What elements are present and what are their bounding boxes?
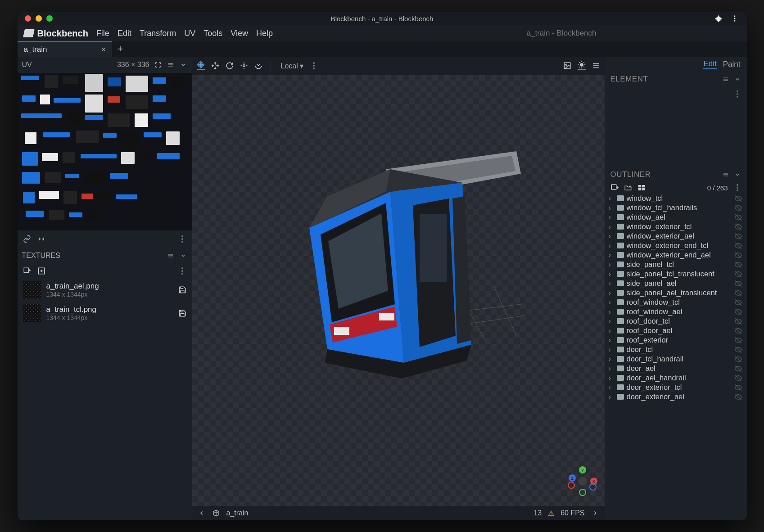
- outliner-row[interactable]: ›roof_door_ael: [605, 326, 747, 335]
- mirror-icon[interactable]: [37, 235, 45, 243]
- texture-item[interactable]: a_train_ael.png 1344 x 1344px: [18, 278, 192, 302]
- close-window-button[interactable]: [25, 15, 31, 22]
- chevron-right-icon[interactable]: ›: [609, 289, 614, 297]
- extension-icon[interactable]: [714, 14, 723, 23]
- toggle-icon[interactable]: [637, 184, 646, 192]
- outliner-row[interactable]: ›window_exterior_tcl: [605, 222, 747, 231]
- outliner-row[interactable]: ›roof_door_tcl: [605, 316, 747, 326]
- tab-paint[interactable]: Paint: [723, 60, 741, 69]
- chevron-right-icon[interactable]: ›: [609, 241, 614, 250]
- chevron-right-icon[interactable]: ›: [609, 194, 614, 203]
- visibility-icon[interactable]: [734, 223, 742, 231]
- chevron-down-icon[interactable]: [733, 171, 741, 179]
- visibility-icon[interactable]: [734, 270, 742, 278]
- outliner-row[interactable]: ›door_exterior_tcl: [605, 383, 747, 392]
- project-tab[interactable]: a_train ×: [18, 41, 113, 57]
- app-logo[interactable]: Blockbench: [24, 28, 88, 39]
- visibility-icon[interactable]: [734, 374, 742, 382]
- options-icon[interactable]: [722, 75, 730, 83]
- viewport[interactable]: Y X Z: [192, 75, 605, 506]
- visibility-icon[interactable]: [734, 336, 742, 344]
- visibility-icon[interactable]: [734, 289, 742, 297]
- shading-icon[interactable]: [578, 62, 586, 70]
- menu-transform[interactable]: Transform: [140, 29, 176, 38]
- chevron-right-icon[interactable]: ›: [609, 260, 614, 269]
- chevron-down-icon[interactable]: [179, 252, 187, 260]
- menu-view[interactable]: View: [231, 29, 248, 38]
- chevron-right-icon[interactable]: [591, 509, 599, 517]
- options-icon[interactable]: [167, 61, 175, 69]
- chevron-right-icon[interactable]: ›: [609, 364, 614, 373]
- visibility-icon[interactable]: [734, 327, 742, 335]
- chevron-right-icon[interactable]: ›: [609, 345, 614, 354]
- chevron-right-icon[interactable]: ›: [609, 317, 614, 325]
- outliner-list[interactable]: ›window_tcl›window_tcl_handrails›window_…: [605, 194, 747, 520]
- visibility-icon[interactable]: [734, 346, 742, 354]
- visibility-icon[interactable]: [734, 194, 742, 203]
- visibility-icon[interactable]: [734, 393, 742, 401]
- options-icon[interactable]: [722, 171, 730, 179]
- vertex-snap-icon[interactable]: [254, 62, 262, 70]
- visibility-icon[interactable]: [734, 204, 742, 212]
- chevron-down-icon[interactable]: [179, 61, 187, 69]
- chevron-right-icon[interactable]: ›: [609, 213, 614, 221]
- save-icon[interactable]: [178, 309, 186, 317]
- options-icon[interactable]: [167, 252, 175, 260]
- menu-tools[interactable]: Tools: [203, 29, 222, 38]
- chevron-right-icon[interactable]: ›: [609, 326, 614, 335]
- texture-item[interactable]: a_train_tcl.png 1344 x 1344px: [18, 302, 192, 325]
- outliner-row[interactable]: ›door_ael: [605, 364, 747, 373]
- outliner-row[interactable]: ›door_tcl: [605, 345, 747, 354]
- menu-uv[interactable]: UV: [184, 29, 195, 38]
- chevron-left-icon[interactable]: [198, 509, 206, 517]
- outliner-row[interactable]: ›side_panel_tcl: [605, 260, 747, 269]
- add-group-icon[interactable]: [624, 184, 632, 192]
- close-tab-icon[interactable]: ×: [101, 45, 106, 54]
- add-tab-button[interactable]: +: [112, 41, 128, 57]
- visibility-icon[interactable]: [734, 317, 742, 325]
- menu-help[interactable]: Help: [256, 29, 273, 38]
- chevron-right-icon[interactable]: ›: [609, 222, 614, 231]
- visibility-icon[interactable]: [734, 308, 742, 316]
- outliner-row[interactable]: ›window_tcl: [605, 194, 747, 203]
- outliner-row[interactable]: ›roof_window_ael: [605, 307, 747, 316]
- visibility-icon[interactable]: [734, 251, 742, 259]
- menu-edit[interactable]: Edit: [118, 29, 131, 38]
- outliner-row[interactable]: ›roof_window_tcl: [605, 298, 747, 307]
- orientation-select[interactable]: Local ▾: [281, 62, 304, 70]
- visibility-icon[interactable]: [734, 298, 742, 307]
- chevron-down-icon[interactable]: [733, 75, 741, 83]
- minimize-window-button[interactable]: [36, 15, 42, 22]
- more-icon[interactable]: [310, 62, 318, 70]
- save-icon[interactable]: [178, 286, 186, 294]
- visibility-icon[interactable]: [734, 261, 742, 269]
- menu-file[interactable]: File: [96, 29, 109, 38]
- chevron-right-icon[interactable]: ›: [609, 383, 614, 392]
- pivot-tool-icon[interactable]: [240, 62, 248, 70]
- visibility-icon[interactable]: [734, 280, 742, 288]
- chevron-right-icon[interactable]: ›: [609, 336, 614, 344]
- visibility-icon[interactable]: [734, 242, 742, 250]
- chevron-right-icon[interactable]: ›: [609, 392, 614, 401]
- outliner-row[interactable]: ›door_tcl_handrail: [605, 354, 747, 364]
- image-icon[interactable]: [563, 62, 571, 70]
- chevron-right-icon[interactable]: ›: [609, 270, 614, 278]
- outliner-row[interactable]: ›door_exterior_ael: [605, 392, 747, 401]
- more-icon[interactable]: [178, 235, 186, 243]
- new-texture-icon[interactable]: [37, 267, 45, 275]
- resize-tool-icon[interactable]: [211, 62, 219, 70]
- more-icon[interactable]: [178, 267, 186, 275]
- chevron-right-icon[interactable]: ›: [609, 251, 614, 259]
- outliner-row[interactable]: ›roof_exterior: [605, 335, 747, 345]
- chevron-right-icon[interactable]: ›: [609, 203, 614, 212]
- hamburger-icon[interactable]: [592, 62, 600, 70]
- chevron-right-icon[interactable]: ›: [609, 307, 614, 316]
- chevron-right-icon[interactable]: ›: [609, 374, 614, 382]
- add-texture-icon[interactable]: [23, 267, 31, 275]
- add-cube-icon[interactable]: [610, 184, 619, 192]
- more-icon[interactable]: [733, 184, 741, 192]
- outliner-row[interactable]: ›window_ael: [605, 212, 747, 222]
- outliner-row[interactable]: ›side_panel_ael: [605, 279, 747, 288]
- more-icon[interactable]: [733, 90, 741, 98]
- outliner-row[interactable]: ›side_panel_tcl_translucent: [605, 269, 747, 279]
